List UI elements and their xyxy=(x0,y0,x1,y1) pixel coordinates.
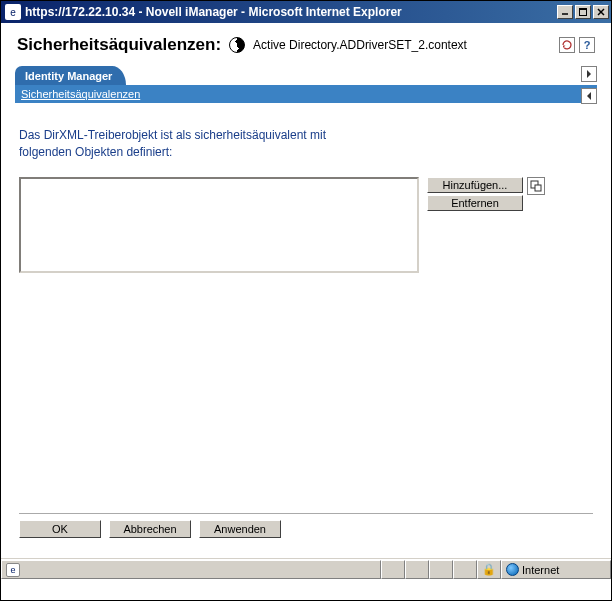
page-title: Sicherheitsäquivalenzen: xyxy=(17,35,221,55)
window-titlebar: e https://172.22.10.34 - Novell iManager… xyxy=(1,1,611,23)
svg-rect-6 xyxy=(535,185,541,191)
window-title: https://172.22.10.34 - Novell iManager -… xyxy=(25,5,402,19)
status-slot-2 xyxy=(405,560,429,579)
minimize-button[interactable] xyxy=(557,5,573,19)
tab-identity-manager[interactable]: Identity Manager xyxy=(15,66,126,85)
remove-button[interactable]: Entfernen xyxy=(427,195,523,211)
ie-small-icon: e xyxy=(6,563,20,577)
lock-icon: 🔒 xyxy=(482,563,496,576)
globe-icon xyxy=(506,563,519,576)
prev-arrow-icon[interactable] xyxy=(581,88,597,104)
add-button[interactable]: Hinzufügen... xyxy=(427,177,523,193)
status-bar: e 🔒 Internet xyxy=(1,559,611,579)
next-arrow-icon[interactable] xyxy=(581,66,597,82)
status-slot-1 xyxy=(381,560,405,579)
status-lock: 🔒 xyxy=(477,560,501,579)
equivalence-listbox[interactable] xyxy=(19,177,419,273)
status-slot-4 xyxy=(453,560,477,579)
help-icon[interactable]: ? xyxy=(579,37,595,53)
description-text: Das DirXML-Treiberobjekt ist als sicherh… xyxy=(19,127,593,161)
refresh-icon[interactable] xyxy=(559,37,575,53)
ie-icon: e xyxy=(5,4,21,20)
apply-button[interactable]: Anwenden xyxy=(199,520,281,538)
ok-button[interactable]: OK xyxy=(19,520,101,538)
zone-label: Internet xyxy=(522,564,559,576)
separator xyxy=(19,513,593,514)
context-path: Active Directory.ADDriverSET_2.context xyxy=(253,38,467,52)
status-slot-3 xyxy=(429,560,453,579)
close-button[interactable] xyxy=(593,5,609,19)
section-subheader: Sicherheitsäquivalenzen xyxy=(15,85,597,103)
status-main: e xyxy=(1,560,381,579)
status-zone: Internet xyxy=(501,560,611,579)
browse-icon[interactable] xyxy=(527,177,545,195)
driver-icon xyxy=(229,37,245,53)
cancel-button[interactable]: Abbrechen xyxy=(109,520,191,538)
maximize-button[interactable] xyxy=(575,5,591,19)
